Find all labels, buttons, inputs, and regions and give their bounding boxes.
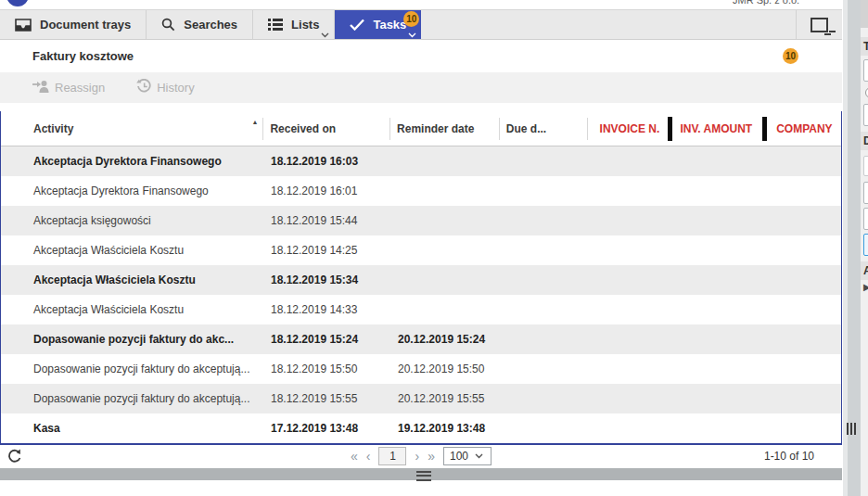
cell-activity: Akceptacja Właściciela Kosztu bbox=[1, 244, 263, 257]
task-table: Activity ▲ Received on Reminder date Due… bbox=[0, 111, 842, 445]
column-header-received-on[interactable]: Received on bbox=[262, 111, 389, 146]
cell-received-on: 18.12.2019 15:55 bbox=[263, 392, 390, 405]
expand-arrow-icon[interactable]: ▶ bbox=[863, 282, 868, 292]
panel-splitter[interactable] bbox=[843, 0, 861, 496]
chevron-down-icon bbox=[475, 453, 483, 459]
workspace-label: JMR Sp. z o.o. bbox=[733, 0, 799, 6]
table-header-row: Activity ▲ Received on Reminder date Due… bbox=[1, 111, 841, 146]
column-label: COMPANY bbox=[776, 122, 832, 135]
task-toolbar: Reassign History bbox=[0, 72, 842, 103]
page-number-input[interactable]: 1 bbox=[379, 447, 407, 465]
column-header-invoice-number[interactable]: INVOICE N. bbox=[587, 111, 673, 146]
app-window: JMR Sp. z o.o. Document trays Searches L… bbox=[0, 0, 868, 496]
cell-reminder-date: 20.12.2019 15:50 bbox=[390, 362, 500, 375]
column-label: Due d... bbox=[506, 122, 546, 135]
task-row[interactable]: Dopasowanie pozycji faktury do akceptują… bbox=[1, 384, 841, 413]
result-range-label: 1-10 of 10 bbox=[764, 450, 814, 463]
pagination: « ‹ 1 › » 100 bbox=[351, 447, 491, 465]
horizontal-scrollbar[interactable] bbox=[0, 468, 842, 480]
nav-item-searches[interactable]: Searches bbox=[147, 10, 253, 39]
side-panel-field[interactable] bbox=[863, 156, 868, 176]
cell-received-on: 18.12.2019 16:01 bbox=[263, 184, 390, 197]
cell-activity: Dopasowanie pozycji faktury do akc... bbox=[1, 333, 263, 346]
search-icon bbox=[161, 18, 175, 32]
nav-item-label: Tasks bbox=[373, 18, 406, 32]
table-footer: « ‹ 1 › » 100 1-10 of 10 bbox=[0, 445, 842, 468]
column-label: Reminder date bbox=[397, 122, 474, 135]
side-panel-section-label: A bbox=[861, 261, 868, 280]
cell-activity: Kasa bbox=[1, 422, 263, 435]
side-panel-header bbox=[861, 0, 868, 28]
restore-window-button[interactable] bbox=[796, 10, 842, 39]
task-row[interactable]: Akceptacja Właściciela Kosztu18.12.2019 … bbox=[1, 265, 841, 295]
side-panel-field[interactable] bbox=[863, 182, 868, 204]
page-size-value: 100 bbox=[450, 450, 468, 463]
chevron-down-icon bbox=[408, 32, 416, 38]
side-panel-field-focused[interactable] bbox=[863, 234, 868, 256]
cell-activity: Dopasowanie pozycji faktury do akceptują… bbox=[1, 392, 263, 405]
task-row[interactable]: Dopasowanie pozycji faktury do akceptują… bbox=[1, 354, 841, 384]
column-label: Activity bbox=[33, 122, 73, 135]
column-header-due-date[interactable]: Due d... bbox=[499, 111, 587, 146]
side-panel-section-label: T bbox=[861, 37, 868, 56]
task-row[interactable]: Akceptacja Dyrektora Finansowego18.12.20… bbox=[1, 176, 841, 206]
cell-activity: Akceptacja Właściciela Kosztu bbox=[1, 273, 263, 286]
task-row[interactable]: Akceptacja Właściciela Kosztu18.12.2019 … bbox=[1, 295, 841, 324]
cell-activity: Akceptacja Dyrektora Finansowego bbox=[1, 184, 263, 197]
cell-received-on: 18.12.2019 15:44 bbox=[263, 214, 390, 227]
chevron-down-icon bbox=[321, 32, 329, 38]
sort-asc-icon: ▲ bbox=[251, 119, 258, 125]
nav-item-lists[interactable]: Lists bbox=[253, 10, 335, 39]
nav-item-label: Searches bbox=[184, 18, 237, 32]
task-row[interactable]: Kasa17.12.2019 13:4819.12.2019 13:48 bbox=[1, 413, 841, 443]
column-label: INV. AMOUNT bbox=[680, 122, 752, 135]
cell-reminder-date: 19.12.2019 13:48 bbox=[390, 422, 500, 435]
nav-item-tasks[interactable]: Tasks 10 bbox=[335, 10, 421, 39]
cell-received-on: 18.12.2019 15:24 bbox=[263, 333, 390, 346]
history-button[interactable]: History bbox=[136, 79, 194, 96]
check-icon bbox=[350, 19, 364, 31]
list-icon bbox=[268, 19, 283, 31]
column-header-reminder-date[interactable]: Reminder date bbox=[389, 111, 499, 146]
first-page-button[interactable]: « bbox=[351, 447, 358, 465]
refresh-button[interactable] bbox=[6, 448, 22, 467]
task-row[interactable]: Akceptacja księgowości18.12.2019 15:44 bbox=[1, 206, 841, 235]
side-panel-field[interactable] bbox=[863, 59, 868, 82]
side-panel-field[interactable] bbox=[863, 208, 868, 230]
task-row[interactable]: Akceptacja Dyrektora Finansowego18.12.20… bbox=[1, 146, 841, 176]
scrollbar-grip-icon[interactable] bbox=[416, 471, 431, 481]
prev-page-button[interactable]: ‹ bbox=[366, 447, 371, 465]
main-navbar: Document trays Searches Lists Tasks 10 bbox=[0, 9, 842, 40]
table-body: Akceptacja Dyrektora Finansowego18.12.20… bbox=[1, 146, 841, 443]
side-panel-section-label: D bbox=[861, 132, 868, 150]
reassign-icon bbox=[32, 80, 50, 95]
cell-received-on: 18.12.2019 16:03 bbox=[263, 155, 390, 168]
cell-received-on: 18.12.2019 15:34 bbox=[263, 273, 390, 286]
splitter-grip-icon[interactable] bbox=[847, 423, 856, 435]
cell-received-on: 18.12.2019 15:50 bbox=[263, 362, 390, 375]
cell-reminder-date: 20.12.2019 15:55 bbox=[390, 392, 500, 405]
cell-received-on: 18.12.2019 14:33 bbox=[263, 303, 390, 316]
column-header-company[interactable]: COMPANY bbox=[767, 111, 841, 146]
document-tray-icon bbox=[15, 19, 32, 32]
reassign-button[interactable]: Reassign bbox=[32, 80, 105, 95]
view-title-row: Faktury kosztowe 10 bbox=[0, 40, 842, 72]
column-header-activity[interactable]: Activity ▲ bbox=[1, 111, 262, 146]
nav-item-document-trays[interactable]: Document trays bbox=[0, 10, 147, 39]
column-header-invoice-amount[interactable]: INV. AMOUNT bbox=[672, 111, 767, 146]
cell-activity: Akceptacja księgowości bbox=[1, 214, 263, 227]
side-panel-field[interactable] bbox=[863, 104, 868, 126]
details-side-panel: T D A ▶ bbox=[861, 0, 868, 496]
cell-activity: Akceptacja Właściciela Kosztu bbox=[1, 303, 263, 316]
task-row[interactable]: Dopasowanie pozycji faktury do akc...18.… bbox=[1, 324, 841, 354]
restore-window-icon bbox=[811, 18, 828, 32]
page-size-select[interactable]: 100 bbox=[443, 447, 491, 465]
reassign-label: Reassign bbox=[55, 81, 105, 95]
next-page-button[interactable]: › bbox=[415, 447, 420, 465]
tasks-count-badge: 10 bbox=[403, 11, 419, 27]
nav-item-label: Lists bbox=[291, 18, 319, 32]
page-title: Faktury kosztowe bbox=[32, 49, 134, 63]
last-page-button[interactable]: » bbox=[428, 447, 435, 465]
task-row[interactable]: Akceptacja Właściciela Kosztu18.12.2019 … bbox=[1, 235, 841, 265]
history-icon bbox=[136, 79, 152, 96]
